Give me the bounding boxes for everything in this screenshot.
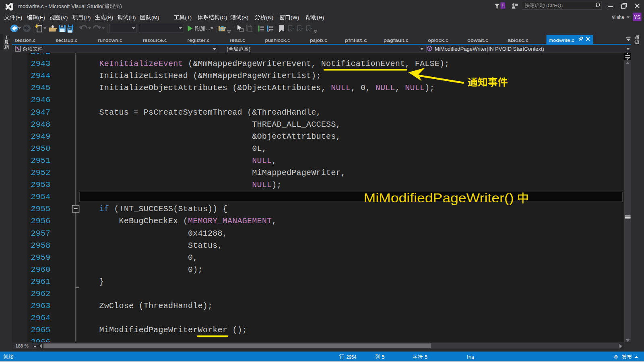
svg-text:abiosc.c: abiosc.c [508,37,528,43]
svg-text:(N): (N) [266,14,273,21]
svg-text:...: ... [206,25,211,31]
svg-text:oplock.c: oplock.c [428,37,448,43]
svg-text:(P): (P) [84,14,91,21]
svg-text:pushlock.c: pushlock.c [265,37,290,43]
svg-text:register.c: register.c [188,37,210,43]
svg-text:(V): (V) [61,14,68,21]
svg-text:pfnlist.c: pfnlist.c [345,37,367,43]
svg-text:(S): (S) [242,14,248,21]
svg-text:(Ctrl+Q): (Ctrl+Q) [546,3,563,8]
svg-text:(F): (F) [16,14,23,21]
svg-text:rundown.c: rundown.c [98,37,122,43]
svg-text:2: 2 [268,29,270,33]
svg-text:modwrite.c: modwrite.c [549,37,574,43]
svg-text:): ) [249,46,250,52]
svg-text:(H): (H) [317,14,324,21]
svg-text:modwrite.c - Microsoft Visual: modwrite.c - Microsoft Visual Studio( [18,4,104,9]
svg-text:Ins: Ins [467,354,474,360]
svg-text:5: 5 [425,354,427,360]
svg-text:resource.c: resource.c [143,37,167,43]
svg-text:read.c: read.c [230,37,246,43]
svg-text:MiModifiedPageWriter(IN PVOID: MiModifiedPageWriter(IN PVOID StartConte… [435,46,544,52]
svg-text:session.c: session.c [14,37,35,43]
svg-text:188 %: 188 % [15,343,29,348]
svg-text:pagfault.c: pagfault.c [384,37,409,43]
svg-text:(W): (W) [291,14,299,21]
svg-text:(B): (B) [106,14,113,21]
svg-text:(C): (C) [220,14,227,21]
svg-text:obwait.c: obwait.c [467,37,488,43]
svg-text:1: 1 [502,3,504,8]
svg-text:5: 5 [382,354,385,360]
svg-text:(T): (T) [185,14,192,21]
svg-text:(M): (M) [151,14,159,21]
svg-text:sectsup.c: sectsup.c [56,37,78,43]
svg-text:yi sha: yi sha [612,14,625,20]
svg-text:2954: 2954 [347,354,357,360]
svg-text:(D): (D) [128,14,136,21]
svg-text:): ) [120,4,122,9]
svg-text:(E): (E) [38,14,45,21]
svg-text:YS: YS [634,14,641,20]
svg-text:psjob.c: psjob.c [310,37,327,43]
svg-text:MiModifiedPageWriter(): MiModifiedPageWriter() [364,191,514,205]
